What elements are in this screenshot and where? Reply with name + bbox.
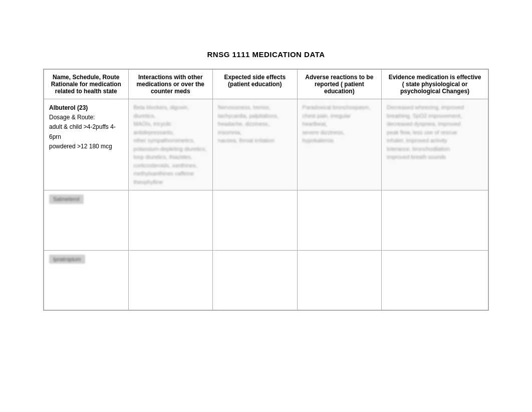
row2-col5-content bbox=[387, 194, 483, 235]
row3-col2 bbox=[128, 250, 213, 310]
row3-label: Ipratropium bbox=[49, 255, 123, 266]
blurred-side-effects: Nervousness, tremor, tachycardia, palpit… bbox=[218, 103, 292, 145]
row1-col2-content: Beta blockers, digoxin, diuretics, MAOIs… bbox=[134, 103, 208, 186]
row2-col4 bbox=[297, 190, 382, 251]
row2-label-text: Salmeterol bbox=[49, 194, 84, 204]
medication-name: Albuterol (23) bbox=[49, 104, 88, 111]
medication-table: Name, Schedule, Route Rationale for medi… bbox=[44, 69, 488, 310]
header-col-2: Interactions with other medications or o… bbox=[128, 70, 213, 99]
row2-col2 bbox=[128, 190, 213, 251]
blurred-adverse: Paradoxical bronchospasm, chest pain, ir… bbox=[303, 103, 377, 145]
header-col-3: Expected side effects (patient education… bbox=[213, 70, 298, 99]
row1-col1: Albuterol (23) Dosage & Route: adult & c… bbox=[44, 99, 129, 190]
header-col-1: Name, Schedule, Route Rationale for medi… bbox=[44, 70, 129, 99]
header-col-4: Adverse reactions to be reported ( patie… bbox=[297, 70, 382, 99]
row2-col3-content bbox=[218, 194, 292, 235]
row2-col4-content bbox=[303, 194, 377, 235]
medication-info: Albuterol (23) Dosage & Route: adult & c… bbox=[49, 103, 123, 151]
row2-col3 bbox=[213, 190, 298, 251]
blurred-interactions: Beta blockers, digoxin, diuretics, MAOIs… bbox=[134, 103, 208, 186]
medication-table-wrapper: Name, Schedule, Route Rationale for medi… bbox=[43, 69, 489, 311]
row3-col1-content bbox=[49, 266, 123, 306]
row1-col4-content: Paradoxical bronchospasm, chest pain, ir… bbox=[303, 103, 377, 163]
row3-col3 bbox=[213, 250, 298, 310]
row2-col1: Salmeterol bbox=[44, 190, 129, 251]
dosage-detail: adult & child >4-2puffs 4-6prn bbox=[49, 123, 116, 140]
table-row: Salmeterol bbox=[44, 190, 488, 251]
page-title: RNSG 1111 MEDICATION DATA bbox=[207, 50, 325, 59]
header-col-5: Evidence medication is effective ( state… bbox=[382, 70, 488, 99]
row3-col3-content bbox=[218, 255, 292, 295]
row1-col3-content: Nervousness, tremor, tachycardia, palpit… bbox=[218, 103, 292, 163]
row2-col2-content bbox=[134, 194, 208, 235]
row2-col5 bbox=[382, 190, 488, 251]
table-row: Ipratropium bbox=[44, 250, 488, 310]
row1-col5-content: Decreased wheezing, improved breathing, … bbox=[387, 103, 483, 163]
row3-col4-content bbox=[303, 255, 377, 295]
blurred-evidence: Decreased wheezing, improved breathing, … bbox=[387, 103, 483, 161]
page-container: RNSG 1111 MEDICATION DATA Name, Schedule… bbox=[0, 0, 532, 412]
row1-col4: Paradoxical bronchospasm, chest pain, ir… bbox=[297, 99, 382, 190]
row3-col2-content bbox=[134, 255, 208, 295]
row1-col3: Nervousness, tremor, tachycardia, palpit… bbox=[213, 99, 298, 190]
row3-col4 bbox=[297, 250, 382, 310]
dosage-label: Dosage & Route: bbox=[49, 114, 95, 121]
dosage-extra: powdered >12 180 mcg bbox=[49, 143, 112, 150]
row3-col5-content bbox=[387, 255, 483, 295]
row2-label: Salmeterol bbox=[49, 194, 123, 206]
row3-col5 bbox=[382, 250, 488, 310]
row3-label-text: Ipratropium bbox=[49, 255, 85, 264]
row1-col5: Decreased wheezing, improved breathing, … bbox=[382, 99, 488, 190]
row2-col1-content bbox=[49, 206, 123, 246]
row3-col1: Ipratropium bbox=[44, 250, 129, 310]
row1-col2: Beta blockers, digoxin, diuretics, MAOIs… bbox=[128, 99, 213, 190]
table-row: Albuterol (23) Dosage & Route: adult & c… bbox=[44, 99, 488, 190]
